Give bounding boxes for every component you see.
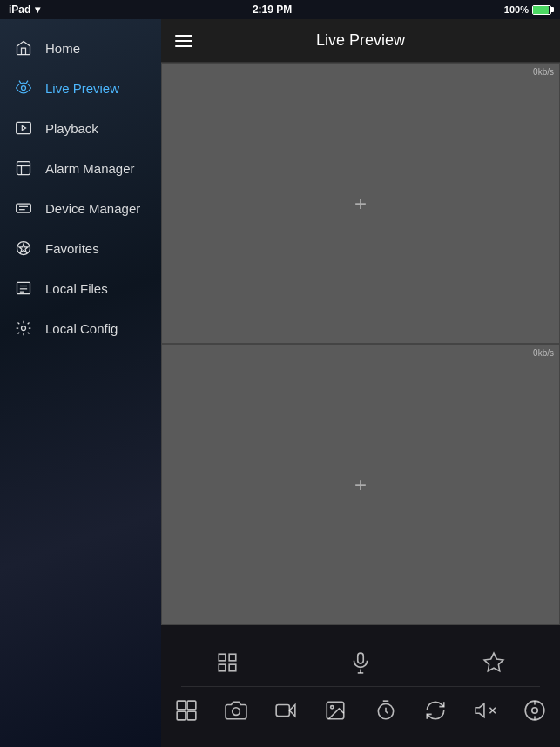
header: Live Preview (161, 19, 560, 63)
status-time: 2:19 PM (253, 3, 292, 16)
menu-line-3 (175, 45, 192, 47)
quad-view-icon (175, 699, 198, 722)
sidebar-item-alarm-label: Alarm Manager (45, 161, 135, 176)
svg-rect-16 (229, 654, 236, 661)
sidebar-item-alarm-manager[interactable]: Alarm Manager (0, 148, 161, 188)
favorites-icon (14, 239, 33, 258)
sidebar-item-playback-label: Playback (45, 121, 98, 136)
app-layout: Home Live Preview Playback Alarm Manager… (0, 19, 560, 747)
preview-area: 0kb/s + 0kb/s + (161, 63, 560, 625)
config-icon (14, 319, 33, 338)
device-label: iPad (9, 3, 30, 16)
svg-rect-15 (219, 654, 226, 661)
refresh-button[interactable] (410, 694, 460, 727)
battery-icon (532, 5, 551, 15)
svg-rect-26 (187, 711, 196, 720)
alarm-icon (14, 158, 33, 178)
svg-rect-2 (17, 162, 30, 175)
favorite-button[interactable] (427, 646, 560, 679)
playback-icon (14, 118, 33, 138)
svg-point-27 (233, 707, 240, 715)
camera-icon (225, 699, 247, 722)
mute-button[interactable] (461, 694, 510, 727)
local-files-icon (14, 279, 33, 298)
sidebar-item-favorites[interactable]: Favorites (0, 228, 161, 268)
sidebar-item-home[interactable]: Home (0, 28, 161, 68)
timer-button[interactable] (361, 694, 410, 727)
mic-icon (349, 651, 372, 674)
sidebar-item-home-label: Home (45, 41, 80, 56)
video-record-icon (274, 699, 297, 722)
svg-rect-23 (177, 701, 186, 710)
wifi-icon: ▾ (35, 3, 40, 16)
sidebar-item-live-preview[interactable]: Live Preview (0, 68, 161, 108)
sidebar-item-playback[interactable]: Playback (0, 108, 161, 148)
preview-panel-1[interactable]: 0kb/s + (161, 63, 560, 344)
camera-button[interactable] (211, 694, 260, 727)
grid-layout-button[interactable] (161, 646, 294, 679)
toolbar-top-row (161, 639, 560, 686)
battery-label: 100% (504, 4, 529, 15)
sidebar-item-live-preview-label: Live Preview (45, 81, 119, 96)
menu-line-1 (175, 35, 192, 37)
toolbar-bottom-row (161, 687, 560, 734)
sidebar: Home Live Preview Playback Alarm Manager… (0, 19, 161, 747)
gallery-button[interactable] (311, 694, 361, 727)
sidebar-item-local-files[interactable]: Local Files (0, 268, 161, 308)
add-camera-icon-2[interactable]: + (354, 473, 367, 497)
sidebar-item-device-label: Device Manager (45, 201, 140, 216)
home-icon (14, 38, 33, 57)
settings-circle-button[interactable] (510, 694, 560, 727)
sidebar-item-device-manager[interactable]: Device Manager (0, 188, 161, 228)
svg-marker-34 (476, 703, 484, 717)
svg-marker-22 (484, 653, 503, 671)
svg-rect-19 (358, 653, 364, 663)
grid-layout-icon (216, 651, 239, 674)
video-record-button[interactable] (261, 694, 311, 727)
timer-icon (374, 699, 397, 722)
mute-icon (474, 699, 496, 722)
svg-rect-18 (229, 664, 236, 671)
svg-point-38 (532, 707, 538, 713)
page-title: Live Preview (210, 31, 546, 50)
status-bar: iPad ▾ 2:19 PM 100% (0, 0, 560, 19)
speed-badge-2: 0kb/s (533, 348, 554, 358)
svg-rect-24 (187, 701, 196, 710)
status-left: iPad ▾ (9, 3, 40, 16)
add-camera-icon-1[interactable]: + (354, 192, 367, 216)
sidebar-item-files-label: Local Files (45, 281, 108, 296)
sidebar-item-config-label: Local Config (45, 321, 118, 336)
device-manager-icon (14, 199, 33, 218)
favorite-icon (482, 651, 505, 674)
settings-circle-icon (523, 699, 546, 722)
svg-point-31 (331, 705, 334, 708)
svg-rect-25 (177, 711, 186, 720)
sidebar-item-favorites-label: Favorites (45, 241, 99, 256)
svg-point-14 (22, 326, 26, 331)
menu-line-2 (175, 40, 192, 42)
gallery-icon (324, 699, 347, 722)
quad-view-button[interactable] (161, 694, 211, 727)
mic-button[interactable] (294, 646, 428, 679)
svg-rect-28 (276, 704, 289, 716)
preview-panel-2[interactable]: 0kb/s + (161, 344, 560, 625)
svg-marker-9 (19, 244, 28, 252)
svg-marker-29 (289, 704, 295, 716)
status-right: 100% (504, 4, 551, 15)
sidebar-item-local-config[interactable]: Local Config (0, 308, 161, 348)
svg-point-0 (22, 86, 26, 91)
speed-badge-1: 0kb/s (533, 67, 554, 77)
svg-rect-17 (219, 664, 226, 671)
menu-button[interactable] (175, 30, 196, 51)
live-preview-icon (14, 78, 33, 98)
svg-rect-5 (17, 204, 31, 212)
main-content: Live Preview 0kb/s + 0kb/s + (161, 19, 560, 747)
svg-rect-1 (17, 122, 31, 133)
bottom-toolbar (161, 625, 560, 747)
refresh-icon (424, 699, 447, 722)
